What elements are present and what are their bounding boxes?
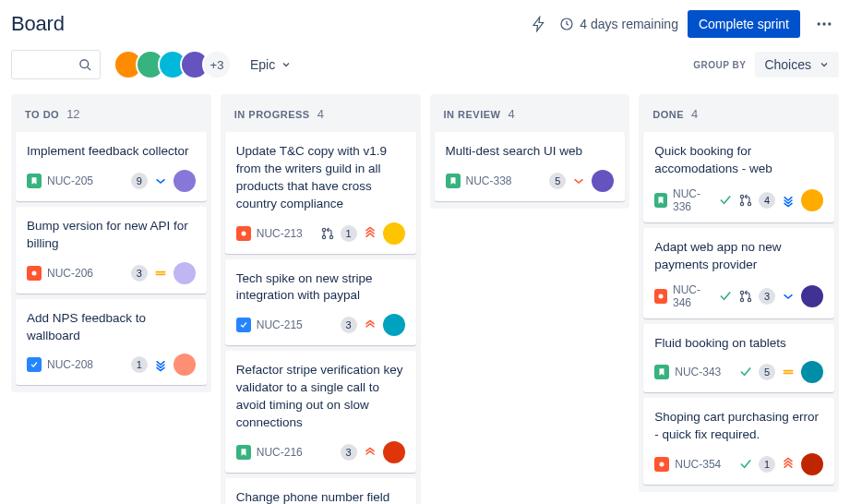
priority-highest-icon	[363, 226, 377, 241]
assignee-avatar[interactable]	[801, 285, 823, 307]
card-title: Update T&C copy with v1.9 from the write…	[236, 143, 405, 213]
card[interactable]: Adapt web app no new payments providerNU…	[643, 228, 834, 318]
column: DONE4Quick booking for accomodations - w…	[639, 94, 839, 492]
svg-point-15	[748, 202, 750, 205]
card[interactable]: Multi-dest search UI webNUC-3385	[435, 132, 626, 201]
card-key: NUC-343	[675, 366, 721, 378]
column-title: IN PROGRESS	[234, 109, 310, 120]
card[interactable]: Fluid booking on tabletsNUC-3435	[643, 324, 834, 393]
card[interactable]: Refactor stripe verification key validat…	[225, 351, 416, 473]
svg-point-6	[241, 231, 245, 235]
assignee-avatar[interactable]	[174, 354, 196, 376]
column-count: 4	[317, 107, 324, 121]
card[interactable]: Tech spike on new stripe integration wit…	[225, 259, 416, 346]
card-title: Tech spike on new stripe integration wit…	[236, 270, 405, 306]
bug-icon	[654, 457, 669, 472]
story-icon	[236, 445, 251, 460]
done-check-icon	[718, 193, 733, 208]
groupby-select[interactable]: Choices	[755, 52, 839, 78]
story-points: 4	[759, 192, 775, 209]
card[interactable]: Quick booking for accomodations - webNUC…	[643, 132, 834, 222]
card-key: NUC-213	[257, 227, 303, 240]
bug-icon	[654, 289, 667, 304]
card[interactable]: Implement feedback collectorNUC-2059	[16, 132, 207, 201]
card[interactable]: Bump version for new API for billingNUC-…	[16, 207, 207, 294]
card-key: NUC-205	[47, 174, 93, 187]
column-title: IN REVIEW	[444, 109, 501, 120]
epic-label: Epic	[250, 57, 275, 72]
card-key: NUC-336	[673, 187, 712, 213]
priority-lowest-icon	[153, 357, 168, 372]
card[interactable]: Shoping cart purchasing error - quick fi…	[643, 398, 834, 485]
column-title: TO DO	[25, 109, 59, 120]
story-icon	[27, 174, 42, 188]
chevron-down-icon	[281, 59, 292, 70]
assignee-avatar[interactable]	[383, 441, 405, 463]
svg-point-19	[748, 298, 750, 301]
task-icon	[236, 318, 251, 332]
assignee-avatar[interactable]	[383, 314, 405, 336]
card-title: Change phone number field type to 'phone…	[236, 489, 405, 504]
svg-point-17	[740, 291, 743, 294]
card-title: Fluid booking on tablets	[654, 335, 823, 353]
assignee-avatar[interactable]	[801, 189, 823, 211]
priority-low-red-icon	[571, 174, 586, 188]
groupby-value: Choices	[764, 57, 811, 72]
story-icon	[654, 193, 667, 208]
assignee-avatar[interactable]	[174, 170, 196, 192]
column-title: DONE	[652, 109, 684, 120]
card-key: NUC-354	[675, 458, 721, 471]
bug-icon	[27, 266, 42, 281]
column: IN PROGRESS4Update T&C copy with v1.9 fr…	[221, 94, 421, 504]
pull-request-icon	[738, 193, 753, 208]
svg-point-13	[740, 195, 743, 198]
column: TO DO12Implement feedback collectorNUC-2…	[11, 94, 211, 392]
priority-high-icon	[363, 445, 377, 460]
done-check-icon	[738, 365, 753, 379]
assignee-avatar[interactable]	[801, 453, 823, 475]
svg-point-14	[740, 202, 743, 205]
search-input[interactable]	[11, 50, 101, 79]
svg-point-1	[818, 22, 820, 25]
more-icon[interactable]	[809, 9, 839, 39]
groupby-label: GROUP BY	[693, 60, 746, 70]
assignee-filter[interactable]: +3	[114, 50, 232, 79]
pull-request-icon	[738, 289, 753, 304]
chevron-down-icon	[819, 59, 830, 70]
priority-highest-icon	[781, 457, 796, 472]
avatar-more[interactable]: +3	[202, 50, 232, 79]
story-points: 1	[341, 225, 357, 242]
time-remaining: 4 days remaining	[580, 17, 678, 31]
story-points: 5	[549, 173, 566, 189]
priority-low-icon	[153, 174, 168, 188]
priority-low-icon	[781, 289, 796, 304]
task-icon	[27, 357, 42, 372]
priority-high-icon	[363, 318, 377, 332]
card[interactable]: Update T&C copy with v1.9 from the write…	[225, 132, 416, 254]
story-icon	[654, 365, 669, 379]
card-key: NUC-215	[257, 318, 303, 331]
pull-request-icon	[320, 226, 335, 241]
bolt-icon[interactable]	[528, 13, 550, 35]
assignee-avatar[interactable]	[383, 222, 405, 245]
card-title: Refactor stripe verification key validat…	[236, 362, 405, 432]
story-points: 3	[341, 444, 357, 461]
assignee-avatar[interactable]	[592, 170, 614, 192]
svg-point-18	[740, 298, 743, 301]
card[interactable]: Change phone number field type to 'phone…	[225, 478, 416, 504]
card-title: Implement feedback collector	[27, 143, 196, 161]
card[interactable]: Add NPS feedback to wallboardNUC-2081	[16, 299, 207, 386]
epic-dropdown[interactable]: Epic	[245, 54, 297, 76]
assignee-avatar[interactable]	[801, 361, 823, 383]
card-key: NUC-346	[673, 283, 712, 309]
svg-point-2	[822, 22, 825, 25]
story-icon	[446, 174, 461, 188]
assignee-avatar[interactable]	[174, 262, 196, 284]
card-title: Adapt web app no new payments provider	[654, 239, 823, 274]
card-title: Bump version for new API for billing	[27, 218, 196, 253]
svg-point-16	[659, 294, 664, 298]
bug-icon	[236, 226, 251, 241]
story-points: 5	[759, 364, 775, 380]
svg-point-3	[828, 22, 831, 25]
complete-sprint-button[interactable]: Complete sprint	[688, 10, 800, 38]
